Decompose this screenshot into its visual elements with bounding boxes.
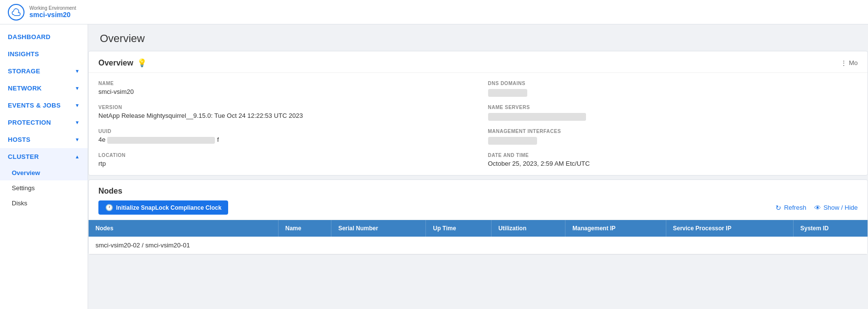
more-menu-button[interactable]: ⋮ Mo [841,59,858,66]
sidebar-item-label: INSIGHTS [8,50,39,58]
name-label: NAME [98,81,469,86]
sidebar: DASHBOARD INSIGHTS STORAGE ▼ NETWORK ▼ E… [0,24,88,309]
eye-icon: 👁 [814,204,821,212]
snaplock-label: Initialize SnapLock Compliance Clock [116,204,221,211]
name-servers-label: NAME SERVERS [488,105,858,110]
uuid-label: UUID [98,129,469,134]
dns-domains-value [488,89,527,97]
col-mgmt-ip: Management IP [565,220,666,237]
sidebar-item-network[interactable]: NETWORK ▼ [0,80,88,97]
version-label: VERSION [98,105,469,110]
cell-serial [331,237,426,254]
refresh-label: Refresh [784,204,806,211]
sidebar-item-events-jobs[interactable]: EVENTS & JOBS ▼ [0,97,88,114]
col-svc-processor-ip: Service Processor IP [666,220,793,237]
nodes-card-header: Nodes 🕐 Initialize SnapLock Compliance C… [89,180,868,220]
version-value: NetApp Release Mightysquirrel__9.15.0: T… [98,112,469,119]
more-dots-icon: ⋮ [841,59,847,66]
field-version: VERSION NetApp Release Mightysquirrel__9… [98,105,469,121]
field-name: NAME smci-vsim20 [98,81,469,97]
uuid-value: 4e f [98,136,469,144]
chevron-up-icon: ▲ [75,154,80,159]
chevron-down-icon: ▼ [75,137,80,142]
refresh-button[interactable]: ↻ Refresh [775,204,806,212]
uuid-middle [107,137,215,144]
cell-system-id [793,237,868,254]
sidebar-item-label: NETWORK [8,85,42,92]
location-value: rtp [98,160,469,167]
chevron-down-icon: ▼ [75,103,80,108]
overview-card-header: Overview 💡 ⋮ Mo [89,51,868,73]
sidebar-item-insights[interactable]: INSIGHTS [0,45,88,63]
we-name: smci-vsim20 [29,11,76,19]
sidebar-item-label: STORAGE [8,67,40,75]
name-value: smci-vsim20 [98,88,469,95]
sidebar-item-label: DASHBOARD [8,33,50,41]
toolbar-right: ↻ Refresh 👁 Show / Hide [775,204,858,212]
field-mgmt-interfaces: MANAGEMENT INTERFACES [488,129,858,145]
overview-grid: NAME smci-vsim20 DNS DOMAINS VERSION Net… [98,81,858,167]
cell-utilization [491,237,565,254]
nodes-table-wrap: Nodes Name Serial Number Up Time Utiliza… [89,220,868,254]
dns-domains-label: DNS DOMAINS [488,81,858,86]
field-name-servers: NAME SERVERS [488,105,858,121]
show-hide-button[interactable]: 👁 Show / Hide [814,204,858,212]
working-environment-header: Working Environment smci-vsim20 [29,5,76,19]
col-name: Name [278,220,331,237]
field-uuid: UUID 4e f [98,129,469,145]
sidebar-item-label: EVENTS & JOBS [8,102,61,109]
sidebar-item-protection[interactable]: PROTECTION ▼ [0,114,88,131]
snaplock-compliance-button[interactable]: 🕐 Initialize SnapLock Compliance Clock [98,200,228,215]
clock-icon: 🕐 [105,204,113,211]
sidebar-item-dashboard[interactable]: DASHBOARD [0,28,88,45]
nodes-toolbar: 🕐 Initialize SnapLock Compliance Clock ↻… [98,200,858,215]
sidebar-sub-item-settings[interactable]: Settings [0,180,88,196]
nodes-title: Nodes [98,187,858,196]
sidebar-item-cluster[interactable]: CLUSTER ▲ [0,148,88,165]
col-system-id: System ID [793,220,868,237]
more-label: Mo [849,59,858,66]
bulb-icon: 💡 [137,58,147,67]
chevron-down-icon: ▼ [75,120,80,125]
cell-name [278,237,331,254]
sidebar-sub-item-overview[interactable]: Overview [0,165,88,180]
table-header-row: Nodes Name Serial Number Up Time Utiliza… [89,220,868,237]
chevron-down-icon: ▼ [75,68,80,74]
mgmt-interfaces-label: MANAGEMENT INTERFACES [488,129,858,134]
sidebar-item-storage[interactable]: STORAGE ▼ [0,63,88,80]
field-dns-domains: DNS DOMAINS [488,81,858,97]
overview-card: Overview 💡 ⋮ Mo NAME smci-vsim20 [88,51,868,176]
cluster-submenu: Overview Settings Disks [0,165,88,211]
col-serial: Serial Number [331,220,426,237]
chevron-down-icon: ▼ [75,86,80,91]
cell-nodes: smci-vsim20-02 / smci-vsim20-01 [89,237,278,254]
content-area: Overview Overview 💡 ⋮ Mo NAME smci-v [88,24,868,309]
mgmt-interfaces-value [488,137,537,145]
name-servers-value [488,113,586,121]
col-nodes: Nodes [89,220,278,237]
overview-card-title: Overview [98,59,133,67]
location-label: LOCATION [98,153,469,158]
field-date-time: DATE AND TIME October 25, 2023, 2:59 AM … [488,153,858,167]
uuid-prefix: 4e [98,136,105,143]
show-hide-label: Show / Hide [823,204,858,211]
refresh-icon: ↻ [775,204,781,212]
sidebar-item-label: HOSTS [8,136,30,143]
date-time-value: October 25, 2023, 2:59 AM Etc/UTC [488,160,858,167]
page-title: Overview [88,24,868,51]
field-location: LOCATION rtp [98,153,469,167]
card-header-left: Overview 💡 [98,58,147,67]
nodes-table: Nodes Name Serial Number Up Time Utiliza… [89,220,868,254]
sidebar-sub-item-disks[interactable]: Disks [0,196,88,211]
sidebar-item-label: CLUSTER [8,153,39,160]
cloud-icon [8,4,24,21]
nodes-card: Nodes 🕐 Initialize SnapLock Compliance C… [88,179,868,255]
sidebar-item-hosts[interactable]: HOSTS ▼ [0,131,88,148]
sidebar-item-label: PROTECTION [8,119,51,126]
top-header: Working Environment smci-vsim20 [0,0,868,24]
col-uptime: Up Time [426,220,491,237]
cell-mgmt-ip [565,237,666,254]
cell-svc-processor-ip [666,237,793,254]
table-row: smci-vsim20-02 / smci-vsim20-01 [89,237,868,254]
col-utilization: Utilization [491,220,565,237]
